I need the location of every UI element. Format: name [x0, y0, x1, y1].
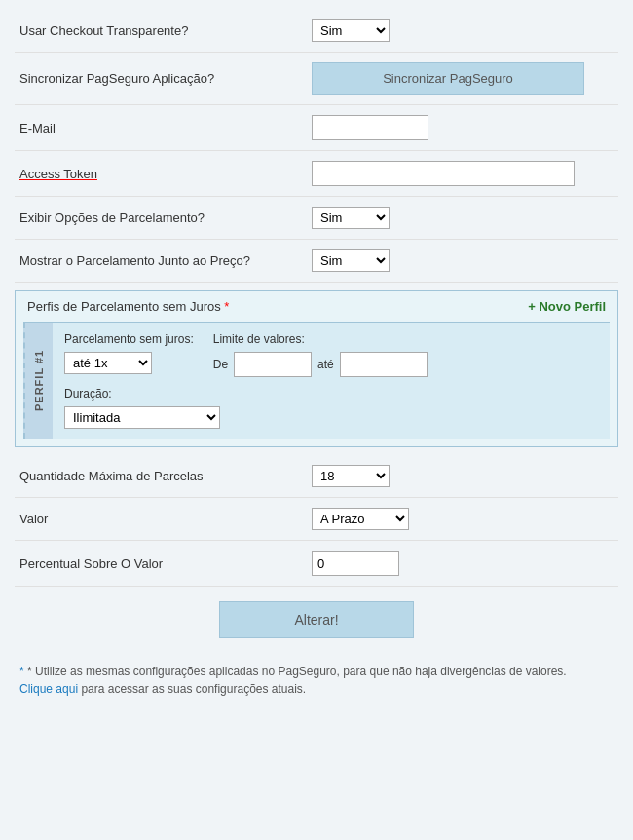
- percentual-label: Percentual Sobre O Valor: [19, 556, 312, 571]
- parcelamento-field-group: Parcelamento sem juros: até 1x até 2x at…: [64, 332, 194, 374]
- perfil-body: PERFIL #1 Parcelamento sem juros: até 1x…: [23, 322, 610, 439]
- valor-select[interactable]: A Prazo À Vista: [312, 508, 409, 530]
- mostrar-parcelamento-row: Mostrar o Parcelamento Junto ao Preço? S…: [15, 240, 618, 283]
- ate-label: até: [317, 358, 334, 371]
- perfil-sidebar-label: PERFIL #1: [23, 323, 53, 439]
- percentual-row: Percentual Sobre O Valor 0: [15, 541, 618, 587]
- footer-text: * Utilize as mesmas configurações aplica…: [27, 665, 567, 678]
- exibir-parcelamento-select[interactable]: Sim Não: [312, 207, 390, 229]
- parcelamento-select[interactable]: até 1x até 2x até 3x até 6x até 12x: [64, 352, 152, 374]
- alterar-container: Alterar!: [15, 601, 618, 638]
- duracao-select[interactable]: Ilimitada 1 mês 3 meses 6 meses 12 meses: [64, 406, 220, 429]
- clique-aqui-link[interactable]: Clique aqui: [19, 682, 78, 696]
- required-asterisk: *: [224, 299, 229, 314]
- perfis-title: Perfis de Parcelamento sem Juros *: [27, 299, 229, 314]
- qtd-parcelas-row: Quantidade Máxima de Parcelas 18 12 6 3 …: [15, 455, 618, 498]
- duracao-label: Duração:: [64, 387, 598, 401]
- email-input[interactable]: [312, 115, 428, 140]
- novo-perfil-button[interactable]: + Novo Perfil: [528, 299, 606, 314]
- sincronizar-pagseguro-button[interactable]: Sincronizar PagSeguro: [312, 62, 584, 95]
- perfil-content: Parcelamento sem juros: até 1x até 2x at…: [53, 323, 610, 439]
- exibir-parcelamento-row: Exibir Opções de Parcelamento? Sim Não: [15, 197, 618, 240]
- mostrar-parcelamento-label: Mostrar o Parcelamento Junto ao Preço?: [19, 253, 312, 268]
- limite-label: Limite de valores:: [213, 332, 428, 346]
- perfis-header: Perfis de Parcelamento sem Juros * + Nov…: [16, 291, 617, 322]
- email-row: E-Mail: [15, 105, 618, 151]
- sincronizar-row: Sincronizar PagSeguro Aplicação? Sincron…: [15, 53, 618, 105]
- valor-label: Valor: [19, 512, 312, 526]
- access-token-row: Access Token: [15, 151, 618, 197]
- qtd-parcelas-label: Quantidade Máxima de Parcelas: [19, 469, 312, 483]
- usar-checkout-label: Usar Checkout Transparente?: [19, 23, 312, 38]
- duracao-section: Duração: Ilimitada 1 mês 3 meses 6 meses…: [64, 387, 598, 429]
- limite-field-group: Limite de valores: De até: [213, 332, 428, 377]
- de-input[interactable]: [234, 352, 312, 377]
- perfis-section: Perfis de Parcelamento sem Juros * + Nov…: [15, 290, 618, 447]
- percentual-input[interactable]: 0: [312, 551, 399, 576]
- parcelamento-sem-juros-label: Parcelamento sem juros:: [64, 332, 194, 346]
- exibir-parcelamento-label: Exibir Opções de Parcelamento?: [19, 210, 312, 225]
- usar-checkout-row: Usar Checkout Transparente? Sim Não: [15, 10, 618, 53]
- de-label: De: [213, 358, 228, 371]
- alterar-button[interactable]: Alterar!: [219, 601, 414, 638]
- qtd-parcelas-select[interactable]: 18 12 6 3 1: [312, 465, 390, 487]
- footer-asterisk: *: [19, 665, 24, 678]
- mostrar-parcelamento-select[interactable]: Sim Não: [312, 249, 390, 272]
- sincronizar-label: Sincronizar PagSeguro Aplicação?: [19, 71, 312, 86]
- footer-link-suffix: para acessar as suas configurações atuai…: [78, 682, 306, 696]
- ate-input[interactable]: [340, 352, 428, 377]
- footer-note: * * Utilize as mesmas configurações apli…: [15, 653, 618, 707]
- valor-row: Valor A Prazo À Vista: [15, 498, 618, 541]
- usar-checkout-select[interactable]: Sim Não: [312, 19, 390, 42]
- perfil-parcelamento-row: Parcelamento sem juros: até 1x até 2x at…: [64, 332, 598, 377]
- email-label: E-Mail: [19, 121, 312, 135]
- access-token-label: Access Token: [19, 167, 312, 181]
- limite-inline: De até: [213, 352, 428, 377]
- access-token-input[interactable]: [312, 161, 575, 186]
